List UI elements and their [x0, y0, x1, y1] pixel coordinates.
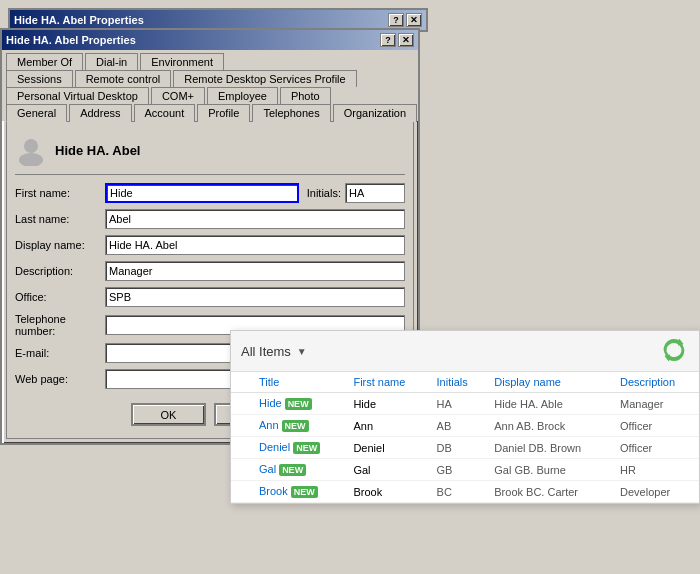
tab-rows: Member Of Dial-in Environment Sessions R…: [2, 50, 418, 121]
row-description: Manager: [612, 393, 699, 415]
display-name-label: Display name:: [15, 239, 105, 251]
tab-rdsp[interactable]: Remote Desktop Services Profile: [173, 70, 356, 87]
row-displayname: Gal GB. Burne: [486, 459, 612, 481]
tab-row-1: Member Of Dial-in Environment: [2, 52, 418, 69]
row-firstname: Brook: [345, 481, 428, 503]
help-btn[interactable]: ?: [380, 33, 396, 47]
display-name-input[interactable]: [105, 235, 405, 255]
row-firstname: Hide: [345, 393, 428, 415]
last-name-input[interactable]: [105, 209, 405, 229]
initials-label: Initials:: [307, 187, 341, 199]
row-title[interactable]: DenielNEW: [251, 437, 345, 459]
bg-help-btn[interactable]: ?: [388, 13, 404, 27]
table-row: AnnNEWAnnABAnn AB. BrockOfficer: [231, 415, 699, 437]
row-initials: BC: [429, 481, 487, 503]
row-initials: GB: [429, 459, 487, 481]
row-initials: HA: [429, 393, 487, 415]
tab-com[interactable]: COM+: [151, 87, 205, 104]
tab-pvd[interactable]: Personal Virtual Desktop: [6, 87, 149, 104]
tab-telephones[interactable]: Telephones: [252, 104, 330, 122]
row-firstname: Ann: [345, 415, 428, 437]
row-description: Officer: [612, 437, 699, 459]
row-checkbox: [231, 481, 251, 503]
table-row: BrookNEWBrookBCBrook BC. CarterDeveloper: [231, 481, 699, 503]
row-description: HR: [612, 459, 699, 481]
bg-title-bar: Hide HA. Abel Properties ? ✕: [10, 10, 426, 30]
row-firstname: Deniel: [345, 437, 428, 459]
tab-account[interactable]: Account: [134, 104, 196, 122]
row-description: Officer: [612, 415, 699, 437]
new-badge: NEW: [279, 464, 306, 476]
tab-environment[interactable]: Environment: [140, 53, 224, 70]
table-row: DenielNEWDenielDBDaniel DB. BrownOfficer: [231, 437, 699, 459]
close-btn[interactable]: ✕: [398, 33, 414, 47]
svg-point-1: [19, 153, 43, 166]
table-body: HideNEWHideHAHide HA. AbleManagerAnnNEWA…: [231, 393, 699, 503]
row-firstname: Gal: [345, 459, 428, 481]
row-title[interactable]: HideNEW: [251, 393, 345, 415]
tab-row-3: Personal Virtual Desktop COM+ Employee P…: [2, 86, 418, 103]
row-displayname: Hide HA. Able: [486, 393, 612, 415]
col-description-header[interactable]: Description: [612, 372, 699, 393]
row-displayname: Daniel DB. Brown: [486, 437, 612, 459]
tab-employee[interactable]: Employee: [207, 87, 278, 104]
ok-button[interactable]: OK: [131, 403, 206, 426]
items-table: Title First name Initials Display name D…: [231, 372, 699, 503]
col-initials-header[interactable]: Initials: [429, 372, 487, 393]
overlay-header: All Items ▼: [231, 331, 699, 372]
office-label: Office:: [15, 291, 105, 303]
tab-dial-in[interactable]: Dial-in: [85, 53, 138, 70]
row-title[interactable]: BrookNEW: [251, 481, 345, 503]
row-title[interactable]: AnnNEW: [251, 415, 345, 437]
row-initials: AB: [429, 415, 487, 437]
description-row: Description:: [15, 261, 405, 281]
initials-input[interactable]: [345, 183, 405, 203]
row-description: Developer: [612, 481, 699, 503]
main-window-title: Hide HA. Abel Properties: [6, 34, 136, 46]
user-avatar-icon: [15, 134, 47, 166]
first-name-input[interactable]: [105, 183, 299, 203]
last-name-row: Last name:: [15, 209, 405, 229]
table-row: HideNEWHideHAHide HA. AbleManager: [231, 393, 699, 415]
description-input[interactable]: [105, 261, 405, 281]
col-checkbox: [231, 372, 251, 393]
bg-window-title: Hide HA. Abel Properties: [14, 14, 144, 26]
display-name-row: Display name:: [15, 235, 405, 255]
svg-point-0: [24, 139, 38, 153]
tab-photo[interactable]: Photo: [280, 87, 331, 104]
refresh-icon[interactable]: [659, 335, 689, 367]
col-title-header[interactable]: Title: [251, 372, 345, 393]
office-row: Office:: [15, 287, 405, 307]
row-initials: DB: [429, 437, 487, 459]
office-input[interactable]: [105, 287, 405, 307]
tab-member-of[interactable]: Member Of: [6, 53, 83, 70]
overlay-title: All Items: [241, 344, 291, 359]
bg-close-btn[interactable]: ✕: [406, 13, 422, 27]
user-display-name: Hide HA. Abel: [55, 143, 140, 158]
tab-remote-control[interactable]: Remote control: [75, 70, 172, 87]
row-title[interactable]: GalNEW: [251, 459, 345, 481]
tab-general[interactable]: General: [6, 104, 67, 122]
first-name-label: First name:: [15, 187, 105, 199]
description-label: Description:: [15, 265, 105, 277]
col-displayname-header[interactable]: Display name: [486, 372, 612, 393]
tab-sessions[interactable]: Sessions: [6, 70, 73, 87]
tab-address[interactable]: Address: [69, 104, 131, 122]
new-badge: NEW: [285, 398, 312, 410]
dropdown-arrow-icon[interactable]: ▼: [297, 346, 307, 357]
main-title-bar: Hide HA. Abel Properties ? ✕: [2, 30, 418, 50]
table-row: GalNEWGalGBGal GB. BurneHR: [231, 459, 699, 481]
items-table-container: Title First name Initials Display name D…: [231, 372, 699, 503]
tab-profile[interactable]: Profile: [197, 104, 250, 122]
row-checkbox: [231, 393, 251, 415]
new-badge: NEW: [291, 486, 318, 498]
email-label: E-mail:: [15, 347, 105, 359]
col-firstname-header[interactable]: First name: [345, 372, 428, 393]
tab-row-4: General Address Account Profile Telephon…: [2, 103, 418, 121]
row-displayname: Ann AB. Brock: [486, 415, 612, 437]
new-badge: NEW: [282, 420, 309, 432]
first-name-row: First name: Initials:: [15, 183, 405, 203]
tab-row-2: Sessions Remote control Remote Desktop S…: [2, 69, 418, 86]
tab-organization[interactable]: Organization: [333, 104, 417, 122]
new-badge: NEW: [293, 442, 320, 454]
